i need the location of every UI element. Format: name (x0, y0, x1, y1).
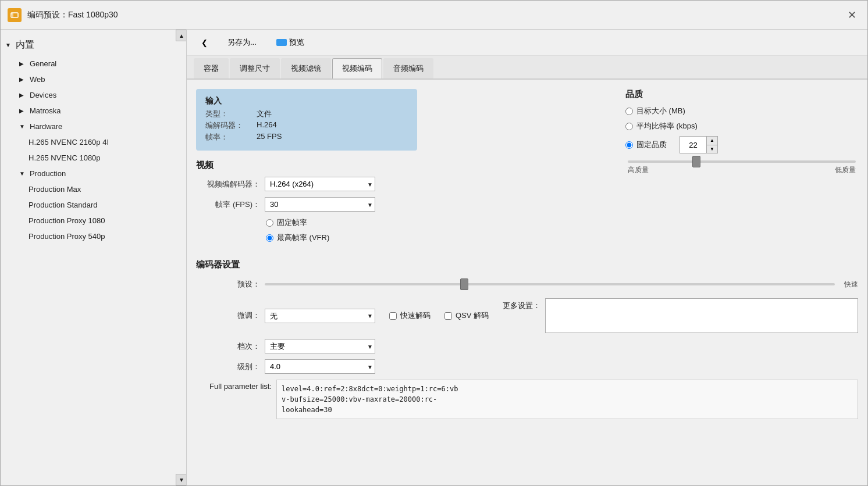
codec-select-wrapper: H.264 (x264) ▼ (265, 177, 375, 191)
input-type-val: 文件 (257, 109, 272, 119)
full-param-value: level=4.0:ref=2:8x8dct=0:weightp=1:rc=6:… (282, 385, 458, 414)
save-as-button[interactable]: 另存为... (220, 34, 264, 51)
fast-decode-checkbox[interactable] (389, 312, 397, 320)
sidebar-item-hardware[interactable]: ▼Hardware (1, 119, 186, 134)
expand-arrow: ▶ (19, 60, 26, 67)
tab-resize[interactable]: 调整尺寸 (230, 58, 280, 78)
sidebar-item-prod_max[interactable]: Production Max (1, 181, 186, 197)
scroll-up-arrow[interactable]: ▲ (176, 30, 187, 41)
sidebar-item-neizhi[interactable]: ▼内置 (1, 34, 186, 56)
quality-slider-thumb[interactable] (692, 156, 700, 167)
sidebar-item-label: Production Proxy 1080 (29, 216, 105, 225)
target-size-row: 目标大小 (MB) (625, 106, 858, 116)
quality-slider-container: 高质量 低质量 (625, 160, 858, 175)
back-icon: ❮ (201, 38, 208, 47)
tab-audio_encode[interactable]: 音频编码 (383, 58, 433, 78)
fixed-fps-row: 固定帧率 (196, 217, 611, 228)
sidebar-item-prod_proxy1080[interactable]: Production Proxy 1080 (1, 213, 186, 228)
max-fps-row: 最高帧率 (VFR) (196, 233, 611, 243)
max-fps-radio[interactable] (266, 234, 273, 242)
qsv-decode-row: QSV 解码 (444, 310, 489, 321)
sidebar-item-hw2[interactable]: H.265 NVENC 1080p (1, 150, 186, 166)
codec-label: 视频编解码器： (196, 179, 260, 190)
preset-track (265, 283, 835, 285)
svg-point-2 (12, 13, 13, 15)
tab-container[interactable]: 容器 (194, 58, 229, 78)
tabs-bar: 容器调整尺寸视频滤镜视频编码音频编码 (187, 56, 867, 80)
sidebar-item-label: H.265 NVENC 2160p 4I (29, 138, 109, 146)
fine-row: 微调： 无 ▼ (196, 309, 375, 323)
input-type-key: 类型： (205, 109, 252, 119)
sidebar-item-devices[interactable]: ▶Devices (1, 87, 186, 103)
titlebar: 编码预设：Fast 1080p30 ✕ (1, 1, 867, 30)
qsv-decode-checkbox[interactable] (444, 312, 452, 320)
full-param-label: Full parameter list: (196, 380, 272, 391)
right-column: 品质 目标大小 (MB) 平均比特率 (kbps) (625, 89, 858, 248)
fps-select[interactable]: 30 23.976 24 25 29.97 48 50 59.94 60 (265, 197, 375, 212)
fixed-quality-row: 固定品质 ▲ ▼ (625, 136, 858, 153)
sidebar-items-container: ▼内置▶General▶Web▶Devices▶Matroska▼Hardwar… (1, 34, 186, 244)
save-as-label: 另存为... (227, 37, 257, 48)
expand-arrow: ▶ (19, 76, 26, 83)
fast-decode-row: 快速解码 (389, 310, 431, 321)
grade-select-wrapper: 4.0 3.0 3.1 4.1 4.2 5.0 ▼ (265, 359, 375, 374)
expand-arrow: ▼ (5, 42, 12, 48)
close-button[interactable]: ✕ (843, 6, 860, 24)
avg-bitrate-radio[interactable] (625, 123, 633, 130)
preset-slider-container (265, 276, 835, 292)
preset-row: 预设： 快速 (196, 276, 858, 292)
video-heading: 视频 (196, 160, 611, 171)
preview-icon (276, 39, 287, 46)
target-size-radio[interactable] (625, 108, 633, 115)
sidebar-item-production[interactable]: ▼Production (1, 166, 186, 181)
quality-value-input[interactable] (680, 138, 706, 152)
sidebar-item-web[interactable]: ▶Web (1, 72, 186, 87)
input-type-row: 类型： 文件 (205, 109, 408, 119)
fixed-fps-label: 固定帧率 (277, 217, 307, 228)
fine-select[interactable]: 无 (265, 309, 375, 323)
sidebar-item-matroska[interactable]: ▶Matroska (1, 103, 186, 119)
level-row: 档次： 主要 基线 高 ▼ (196, 339, 858, 353)
preset-label: 预设： (196, 279, 260, 290)
fixed-quality-radio[interactable] (625, 141, 633, 149)
spinner-up-button[interactable]: ▲ (707, 137, 717, 145)
preview-button[interactable]: 预览 (269, 34, 312, 51)
quality-section: 品质 目标大小 (MB) 平均比特率 (kbps) (625, 89, 858, 175)
back-button[interactable]: ❮ (194, 35, 215, 50)
input-decoder-val: H.264 (257, 120, 277, 131)
input-fps-key: 帧率： (205, 132, 252, 142)
codec-select[interactable]: H.264 (x264) (265, 177, 375, 191)
panel-content: 输入 类型： 文件 编解码器： H.264 帧率： 25 (187, 80, 867, 485)
fine-label: 微调： (196, 310, 260, 321)
sidebar-item-hw1[interactable]: H.265 NVENC 2160p 4I (1, 134, 186, 150)
sidebar-item-label: Production Proxy 540p (29, 232, 105, 241)
finetune-row: 微调： 无 ▼ 快速解码 (196, 298, 858, 333)
more-settings-input[interactable] (545, 298, 858, 333)
sidebar-scroll-down[interactable]: ▼ (176, 474, 186, 485)
grade-select[interactable]: 4.0 3.0 3.1 4.1 4.2 5.0 (265, 359, 375, 374)
sidebar-item-prod_std[interactable]: Production Standard (1, 197, 186, 213)
preset-slider-thumb[interactable] (460, 278, 468, 290)
tab-video_filter[interactable]: 视频滤镜 (281, 58, 331, 78)
tab-video_encode[interactable]: 视频编码 (332, 58, 382, 78)
fixed-quality-label: 固定品质 (636, 140, 667, 150)
quality-spinner: ▲ ▼ (680, 136, 718, 153)
main-window: 编码预设：Fast 1080p30 ✕ ▲ ▼内置▶General▶Web▶De… (0, 0, 868, 486)
full-param-box: level=4.0:ref=2:8x8dct=0:weightp=1:rc=6:… (276, 380, 858, 419)
toolbar: ❮ 另存为... 预览 (187, 30, 867, 56)
sidebar-item-general[interactable]: ▶General (1, 56, 186, 72)
sidebar-scroll-up[interactable]: ▲ (176, 30, 186, 41)
scroll-down-arrow[interactable]: ▼ (176, 474, 187, 485)
level-select[interactable]: 主要 基线 高 (265, 339, 375, 353)
quality-slider-labels: 高质量 低质量 (628, 165, 856, 175)
spinner-down-button[interactable]: ▼ (707, 145, 717, 153)
quality-low-label: 低质量 (835, 165, 856, 175)
fast-decode-label: 快速解码 (400, 310, 431, 321)
fixed-fps-radio[interactable] (266, 219, 273, 227)
fps-row: 帧率 (FPS)： 30 23.976 24 25 29.97 48 (196, 197, 611, 212)
fps-label: 帧率 (FPS)： (196, 199, 260, 210)
more-settings-label: 更多设置： (503, 298, 540, 311)
sidebar-item-prod_proxy540[interactable]: Production Proxy 540p (1, 228, 186, 244)
window-title: 编码预设：Fast 1080p30 (27, 10, 843, 20)
left-column: 输入 类型： 文件 编解码器： H.264 帧率： 25 (196, 89, 611, 248)
